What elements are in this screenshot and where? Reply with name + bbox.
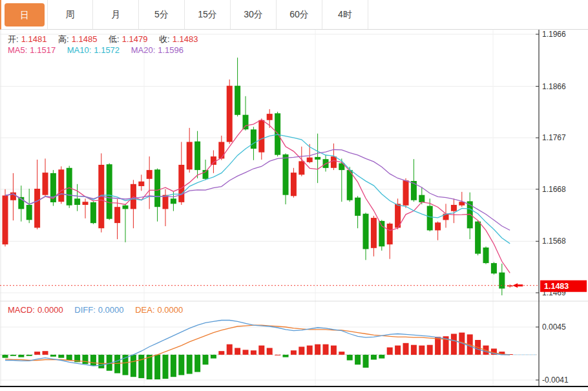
candle-body	[74, 198, 80, 205]
ma20-line	[5, 150, 510, 231]
candle-body	[307, 158, 313, 162]
timeframe-tabbar: 日 周 月 5分 15分 30分 60分 4时	[0, 0, 588, 30]
macd-value: 0.0000	[37, 305, 63, 315]
candle-body	[299, 161, 304, 174]
macd-histogram-bar	[258, 346, 264, 355]
macd-histogram-bar	[194, 355, 200, 372]
close-label: 收:	[159, 34, 170, 44]
candle-body	[26, 205, 32, 220]
macd-histogram-bar	[203, 355, 209, 365]
candle-body	[467, 201, 473, 228]
candle-body	[427, 206, 433, 231]
macd-histogram-bar	[387, 348, 393, 355]
tab-day[interactable]: 日	[5, 3, 45, 26]
macd-histogram-bar	[26, 355, 32, 356]
macd-histogram-bar	[171, 355, 176, 377]
candle-body	[114, 207, 120, 223]
macd-histogram-bar	[154, 355, 160, 379]
candle-body	[331, 156, 337, 168]
macd-histogram-bar	[427, 345, 433, 355]
macd-histogram-bar	[379, 355, 384, 359]
candle-body	[419, 195, 425, 202]
candle-body	[90, 202, 96, 223]
price-tick-label: 1.1966	[542, 30, 566, 39]
candle-body	[83, 202, 89, 205]
price-tick-label: 1.1767	[542, 133, 566, 142]
candle-body	[491, 263, 497, 273]
candle-body	[58, 169, 64, 202]
macd-histogram-bar	[211, 355, 216, 359]
tab-60min[interactable]: 60分	[277, 0, 322, 29]
candle-body	[379, 221, 384, 246]
price-tick-label: 1.1668	[542, 185, 566, 194]
candle-body	[435, 222, 441, 230]
macd-histogram-bar	[395, 346, 401, 355]
macd-histogram-bar	[131, 355, 136, 377]
candle-body	[3, 196, 8, 245]
kline-app: 日 周 月 5分 15分 30分 60分 4时 1.19661.18661.17…	[0, 0, 588, 391]
macd-histogram-bar	[451, 334, 457, 355]
tab-30min[interactable]: 30分	[231, 0, 277, 29]
chart-area: 1.19661.18661.17671.16681.15681.14690.00…	[0, 30, 588, 391]
candle-body	[154, 169, 160, 207]
macd-histogram-bar	[34, 352, 40, 355]
ma-readout: MA5:1.1517 MA10:1.1572 MA20:1.1596	[8, 45, 186, 55]
high-label: 高:	[58, 34, 69, 44]
candle-body	[363, 214, 369, 249]
macd-histogram-bar	[98, 355, 104, 368]
tab-month[interactable]: 月	[93, 0, 139, 29]
candle-body	[163, 195, 169, 209]
tab-15min[interactable]: 15分	[185, 0, 231, 29]
macd-histogram-bar	[435, 337, 441, 355]
macd-histogram-bar	[339, 352, 344, 355]
candle-body	[451, 205, 457, 211]
candle-body	[243, 115, 249, 130]
macd-histogram-bar	[43, 351, 48, 355]
tab-week[interactable]: 周	[47, 0, 93, 29]
candle-body	[411, 181, 417, 200]
ohlc-readout: 开:1.1481 高:1.1485 低:1.1479 收:1.1483	[8, 34, 200, 45]
ma10-label: MA10:	[67, 45, 92, 55]
candle-body	[347, 170, 353, 200]
macd-histogram-bar	[331, 346, 337, 355]
candle-body	[499, 273, 505, 289]
macd-histogram-bar	[187, 355, 193, 374]
candle-body	[483, 248, 489, 263]
candle-body	[171, 198, 176, 204]
macd-histogram-bar	[419, 346, 425, 355]
candle-body	[187, 142, 193, 170]
candle-body	[34, 189, 40, 227]
macd-histogram-bar	[323, 344, 329, 355]
last-price-badge-label: 1.1483	[544, 282, 569, 291]
tab-5min[interactable]: 5分	[139, 0, 185, 29]
macd-label: MACD:	[8, 305, 35, 315]
candle-body	[355, 198, 361, 216]
macd-histogram-bar	[355, 355, 361, 365]
low-label: 低:	[109, 34, 120, 44]
candle-body	[227, 86, 233, 142]
macd-histogram-bar	[363, 355, 369, 368]
macd-histogram-bar	[218, 351, 224, 355]
tab-4hour[interactable]: 4时	[322, 0, 368, 29]
macd-tick-label: -0.0041	[542, 375, 569, 385]
candle-body	[315, 157, 320, 160]
candle-body	[123, 206, 129, 209]
macd-readout: MACD:0.0000 DIFF:0.0000 DEA:0.0000	[8, 305, 185, 315]
macd-histogram-bar	[138, 355, 144, 378]
candle-body	[107, 164, 112, 219]
last-price-arrow-tail	[518, 284, 523, 286]
macd-histogram-bar	[58, 355, 64, 358]
macd-tick-label: 0.0045	[542, 322, 566, 332]
candle-body	[235, 86, 240, 115]
last-price-arrow-icon	[512, 283, 518, 288]
macd-histogram-bar	[147, 355, 152, 379]
macd-histogram-bar	[90, 355, 96, 366]
candlestick-chart-svg[interactable]: 1.19661.18661.17671.16681.15681.14690.00…	[0, 30, 588, 391]
macd-histogram-bar	[67, 355, 72, 361]
macd-histogram-bar	[227, 344, 233, 355]
macd-histogram-bar	[371, 355, 377, 360]
ma5-value: 1.1517	[30, 45, 56, 55]
open-value: 1.1481	[21, 34, 47, 44]
candle-body	[43, 173, 48, 195]
candle-body	[218, 142, 224, 159]
